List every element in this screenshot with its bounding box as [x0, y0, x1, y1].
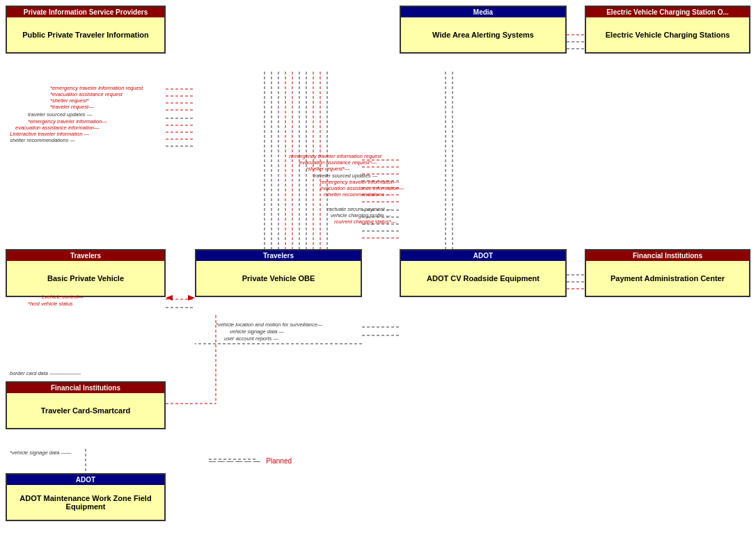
label-user-account-reports: user account reports —: [224, 335, 278, 342]
label2-shelter-req: rshelter request*—: [306, 166, 350, 172]
svg-marker-48: [166, 295, 173, 301]
adot-cv-header: ADOT: [401, 250, 565, 261]
adot-maintenance-body: ADOT Maintenance Work Zone Field Equipme…: [7, 485, 164, 520]
adot-maintenance-node: ADOT ADOT Maintenance Work Zone Field Eq…: [6, 473, 166, 521]
financial-payment-body: Payment Administration Center: [586, 261, 749, 296]
planned-legend: — — — — — — Planned: [209, 454, 292, 466]
label-emergency-traveler-info-req: *emergency traveler information request: [50, 85, 143, 91]
label-border-card-data: border card data ——————: [10, 370, 81, 376]
label-emergency-traveler-info: *emergency traveler information—: [28, 118, 107, 125]
travelers-basic-body: Basic Private Vehicle: [7, 261, 164, 296]
label-interactive-traveler-info: Linteractive traveler information —: [10, 131, 89, 137]
travelers-obe-header: Travelers: [196, 250, 361, 261]
private-info-header: Private Information Service Providers: [7, 7, 164, 17]
svg-marker-49: [188, 295, 195, 301]
label-traveler-request: *traveler request—: [50, 104, 94, 110]
label2-evacuation-assistance-req: evacuation assistance request*—: [299, 159, 377, 166]
label2-emergency-traveler-info-req: remergency traveler information request: [289, 153, 381, 159]
adot-maintenance-header: ADOT: [7, 475, 164, 485]
media-body: Wide Area Alerting Systems: [401, 17, 565, 52]
label2-current-charging-status: rcurrent charging status*—: [334, 218, 396, 225]
traveler-card-body: Traveler Card-Smartcard: [7, 393, 164, 428]
label-vehicle-location: *vehicle location and motion for surveil…: [216, 321, 322, 328]
label-vehicle-control: Lvehicle control—: [42, 294, 84, 300]
financial-payment-node: Financial Institutions Payment Administr…: [585, 249, 750, 297]
planned-label: Planned: [266, 457, 292, 465]
label-vehicle-signage-bottom: *vehicle signage data ——: [10, 449, 71, 456]
travelers-obe-body: Private Vehicle OBE: [196, 261, 361, 296]
ev-charging-header: Electric Vehicle Charging Station O...: [586, 7, 749, 17]
travelers-obe-node: Travelers Private Vehicle OBE: [195, 249, 362, 297]
label-shelter-req: *shelter request*: [50, 97, 88, 104]
label2-actuate-secure-payment: ractuate secure payment —: [327, 206, 391, 212]
label-traveler-sourced-updates: traveler sourced updates —: [28, 111, 92, 118]
financial-payment-header: Financial Institutions: [586, 250, 749, 261]
media-node: Media Wide Area Alerting Systems: [400, 6, 567, 54]
traveler-card-node: Financial Institutions Traveler Card-Sma…: [6, 381, 166, 429]
media-header: Media: [401, 7, 565, 17]
diagram-container: Private Information Service Providers Pu…: [0, 0, 756, 549]
label-vehicle-signage-data: vehicle signage data —: [230, 328, 284, 335]
label2-emergency-traveler-info: remergency traveler information—: [320, 179, 399, 185]
adot-cv-node: ADOT ADOT CV Roadside Equipment: [400, 249, 567, 297]
label-host-vehicle-status: *host vehicle status: [28, 301, 73, 307]
label2-traveler-sourced-updates: traveler sourced updates —: [313, 173, 377, 179]
label-shelter-recommendations: shelter recommendations —: [10, 137, 75, 143]
label2-vehicle-charging-profile: vehicle charging profile —: [331, 212, 391, 218]
private-info-body: Public Private Traveler Information: [7, 17, 164, 52]
traveler-card-header: Financial Institutions: [7, 383, 164, 393]
ev-charging-node: Electric Vehicle Charging Station O... E…: [585, 6, 750, 54]
label2-evacuation-assistance-info: evacuation assistance information—: [320, 185, 404, 191]
travelers-basic-header: Travelers: [7, 250, 164, 261]
label-evacuation-assist-info: evacuation assistance information—: [15, 125, 99, 131]
label-evacuation-assistance-req: *evacuation assistance request: [50, 91, 123, 97]
travelers-basic-node: Travelers Basic Private Vehicle: [6, 249, 166, 297]
ev-charging-body: Electric Vehicle Charging Stations: [586, 17, 749, 52]
private-info-node: Private Information Service Providers Pu…: [6, 6, 166, 54]
adot-cv-body: ADOT CV Roadside Equipment: [401, 261, 565, 296]
label2-shelter-recommendations: rshelter recommendations —: [324, 191, 391, 198]
